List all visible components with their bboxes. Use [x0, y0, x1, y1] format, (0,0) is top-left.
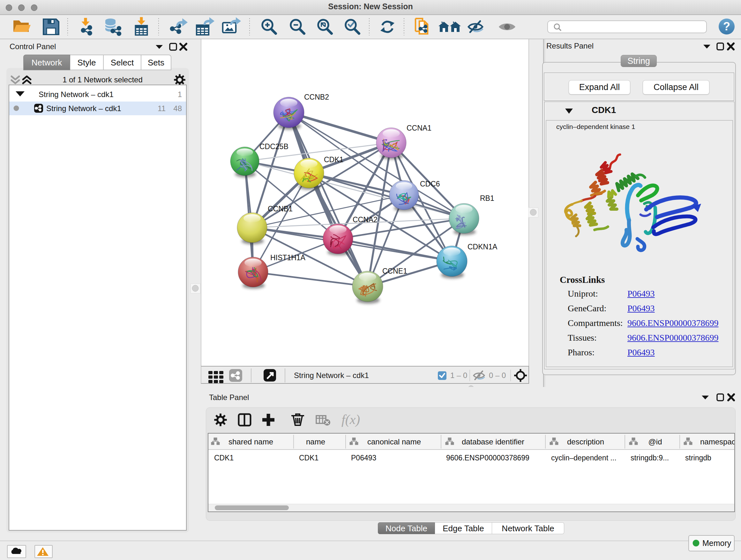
svg-text:shared name: shared name — [228, 437, 273, 446]
svg-text:database identifier: database identifier — [462, 437, 524, 446]
svg-text:11: 11 — [158, 104, 165, 113]
svg-text:cyclin–dependent ...: cyclin–dependent ... — [551, 454, 616, 462]
svg-text:CCNB2: CCNB2 — [304, 93, 329, 101]
svg-text:HIST1H1A: HIST1H1A — [270, 253, 306, 262]
svg-text:namespace: namespace — [700, 437, 734, 446]
svg-text:stringdb: stringdb — [685, 454, 711, 462]
svg-text:Memory: Memory — [702, 539, 731, 548]
svg-text:name: name — [306, 437, 325, 446]
svg-text:stringdb:9...: stringdb:9... — [630, 454, 669, 462]
svg-text:CCNE1: CCNE1 — [382, 267, 407, 275]
svg-text:1 – 0: 1 – 0 — [450, 371, 467, 380]
svg-text:@id: @id — [648, 437, 662, 446]
svg-text:CDKN1A: CDKN1A — [468, 243, 497, 251]
svg-text:f(x): f(x) — [341, 412, 360, 427]
svg-text:1: 1 — [178, 90, 182, 99]
svg-text:P06493: P06493 — [351, 454, 376, 462]
svg-text:CCNB1: CCNB1 — [268, 205, 293, 213]
svg-text:description: description — [567, 437, 604, 446]
svg-text:CDK1: CDK1 — [214, 454, 233, 462]
svg-text:String Network – cdk1: String Network – cdk1 — [39, 90, 114, 99]
svg-text:CCNA1: CCNA1 — [407, 124, 431, 132]
svg-text:CDK1: CDK1 — [299, 454, 319, 462]
svg-text:0 – 0: 0 – 0 — [489, 371, 506, 380]
svg-text:9606.ENSP00000378699: 9606.ENSP00000378699 — [446, 454, 529, 462]
svg-text:CDC25B: CDC25B — [259, 142, 288, 151]
svg-text:?: ? — [723, 20, 730, 33]
svg-text:canonical name: canonical name — [367, 437, 421, 446]
svg-text:String Network – cdk1: String Network – cdk1 — [46, 104, 121, 113]
svg-text:CCNA2: CCNA2 — [353, 215, 378, 224]
svg-text:String Network – cdk1: String Network – cdk1 — [294, 371, 369, 380]
svg-text:CDK1: CDK1 — [324, 155, 343, 164]
svg-text:RB1: RB1 — [480, 194, 494, 202]
svg-text:1 of 1 Network selected: 1 of 1 Network selected — [63, 75, 143, 84]
svg-text:CDC6: CDC6 — [420, 180, 440, 188]
svg-text:48: 48 — [173, 104, 182, 113]
